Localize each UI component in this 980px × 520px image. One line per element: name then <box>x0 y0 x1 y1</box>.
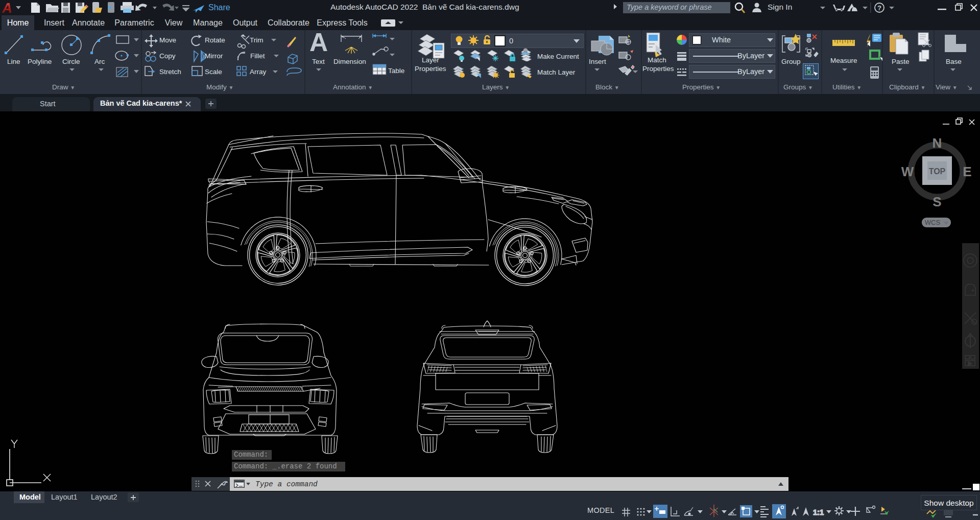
svg-text:1:1: 1:1 <box>813 508 824 516</box>
